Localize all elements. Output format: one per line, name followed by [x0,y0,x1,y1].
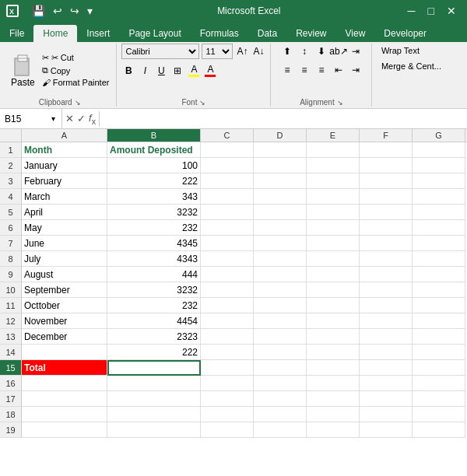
quick-access-more[interactable]: ▾ [85,5,95,17]
cell-c8[interactable] [201,251,254,267]
cell-e2[interactable] [307,158,360,173]
cell-g15[interactable] [413,360,465,376]
cell-f5[interactable] [360,205,413,220]
cell-a11[interactable]: Octtober [22,298,107,313]
cell-f13[interactable] [360,329,413,345]
align-right-button[interactable]: ≡ [314,62,329,78]
align-bottom-button[interactable]: ⬇ [314,44,329,59]
cell-e9[interactable] [307,267,360,282]
tab-data[interactable]: Data [248,25,286,42]
cell-d12[interactable] [254,313,307,329]
cell-d8[interactable] [254,251,307,267]
row-num-16[interactable]: 16 [0,376,21,391]
tab-developer[interactable]: Developer [374,25,436,42]
alignment-expand[interactable]: ↘ [337,99,343,107]
cell-e13[interactable] [307,329,360,345]
copy-button[interactable]: ⧉ Copy [40,65,112,76]
cell-e16[interactable] [307,376,360,391]
cell-e14[interactable] [307,345,360,360]
cell-f12[interactable] [360,313,413,329]
cell-a9[interactable]: August [22,267,107,282]
cell-a4[interactable]: March [22,189,107,205]
cell-g5[interactable] [413,205,465,220]
accept-formula-icon[interactable]: ✓ [77,113,86,124]
cell-f14[interactable] [360,345,413,360]
row-num-8[interactable]: 8 [0,251,21,267]
merge-center-button[interactable]: Merge & Cent... [377,59,445,73]
border-button[interactable]: ⊞ [170,64,184,78]
cell-e11[interactable] [307,298,360,313]
cell-d15[interactable] [254,360,307,376]
row-num-12[interactable]: 12 [0,313,21,329]
cell-b9[interactable]: 444 [107,267,201,282]
cell-a3[interactable]: February [22,173,107,189]
cell-g9[interactable] [413,267,465,282]
align-top-button[interactable]: ⬆ [279,44,295,59]
cell-c11[interactable] [201,298,254,313]
orientation-button[interactable]: ab↗ [331,44,346,59]
cell-c15[interactable] [201,360,254,376]
cell-d13[interactable] [254,329,307,345]
row-num-14[interactable]: 14 [0,345,21,360]
cell-c7[interactable] [201,236,254,251]
tab-home[interactable]: Home [33,25,77,42]
cell-f4[interactable] [360,189,413,205]
cell-a19[interactable] [22,422,107,438]
tab-file[interactable]: File [0,25,33,42]
decrease-font-button[interactable]: A↓ [251,44,265,58]
cell-e12[interactable] [307,313,360,329]
format-painter-button[interactable]: 🖌 Format Painter [40,77,112,88]
cell-b12[interactable]: 4454 [107,313,201,329]
cell-b18[interactable] [107,407,201,422]
cell-b4[interactable]: 343 [107,189,201,205]
cell-a12[interactable]: November [22,313,107,329]
cell-a10[interactable]: September [22,282,107,298]
cell-g12[interactable] [413,313,465,329]
cell-g13[interactable] [413,329,465,345]
cell-d11[interactable] [254,298,307,313]
name-box-dropdown[interactable]: ▾ [51,114,55,123]
cell-e6[interactable] [307,220,360,236]
cell-c3[interactable] [201,173,254,189]
align-middle-button[interactable]: ↕ [297,44,312,59]
cell-g16[interactable] [413,376,465,391]
cell-g14[interactable] [413,345,465,360]
cell-a16[interactable] [22,376,107,391]
cell-b19[interactable] [107,422,201,438]
cell-f7[interactable] [360,236,413,251]
cell-e4[interactable] [307,189,360,205]
cell-e17[interactable] [307,391,360,407]
cell-c19[interactable] [201,422,254,438]
font-size-select[interactable]: 11 [202,44,233,59]
cell-a2[interactable]: January [22,158,107,173]
tab-formulas[interactable]: Formulas [191,25,248,42]
row-num-6[interactable]: 6 [0,220,21,236]
cell-b8[interactable]: 4343 [107,251,201,267]
col-header-d[interactable]: D [254,129,307,142]
cell-g1[interactable] [413,142,465,158]
row-num-9[interactable]: 9 [0,267,21,282]
row-num-13[interactable]: 13 [0,329,21,345]
row-num-17[interactable]: 17 [0,391,21,407]
close-button[interactable]: ✕ [442,5,461,17]
cell-b11[interactable]: 232 [107,298,201,313]
cell-e8[interactable] [307,251,360,267]
cell-g2[interactable] [413,158,465,173]
cell-b13[interactable]: 2323 [107,329,201,345]
cell-g18[interactable] [413,407,465,422]
cell-e10[interactable] [307,282,360,298]
cell-f10[interactable] [360,282,413,298]
underline-button[interactable]: U [154,64,168,78]
cell-d6[interactable] [254,220,307,236]
cell-f6[interactable] [360,220,413,236]
cell-c14[interactable] [201,345,254,360]
cell-e1[interactable] [307,142,360,158]
cell-b15[interactable] [107,360,201,376]
cell-c2[interactable] [201,158,254,173]
cell-b3[interactable]: 222 [107,173,201,189]
cell-g10[interactable] [413,282,465,298]
row-num-1[interactable]: 1 [0,142,21,158]
cut-button[interactable]: ✂ ✂ Cut [40,52,112,64]
undo-button[interactable]: ↩ [51,5,65,17]
cell-b6[interactable]: 232 [107,220,201,236]
